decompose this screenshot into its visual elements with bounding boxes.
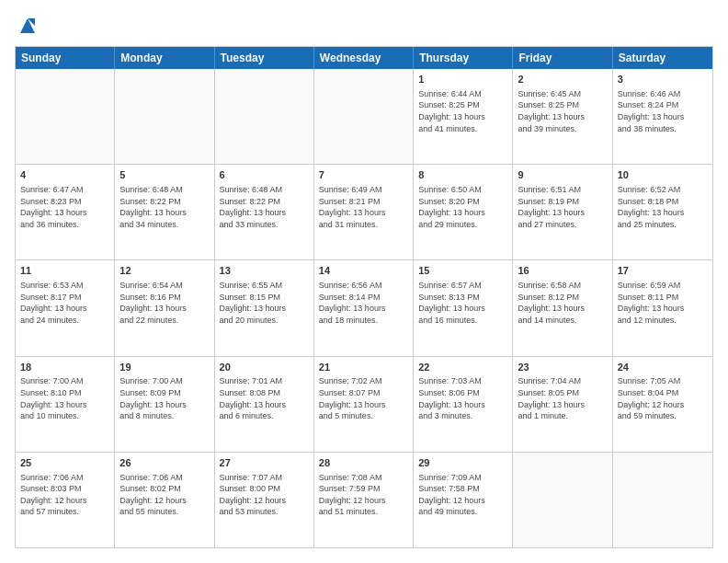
day-info: Sunrise: 6:46 AM Sunset: 8:24 PM Dayligh… (618, 88, 708, 134)
calendar-row: 18Sunrise: 7:00 AM Sunset: 8:10 PM Dayli… (16, 356, 712, 452)
day-info: Sunrise: 6:49 AM Sunset: 8:21 PM Dayligh… (319, 184, 408, 230)
day-number: 11 (20, 264, 109, 278)
day-number: 14 (319, 264, 408, 278)
day-info: Sunrise: 6:48 AM Sunset: 8:22 PM Dayligh… (220, 184, 309, 230)
calendar-cell: 15Sunrise: 6:57 AM Sunset: 8:13 PM Dayli… (414, 260, 513, 355)
calendar-cell: 16Sunrise: 6:58 AM Sunset: 8:12 PM Dayli… (513, 260, 612, 355)
calendar-cell: 28Sunrise: 7:08 AM Sunset: 7:59 PM Dayli… (314, 453, 414, 547)
day-number: 15 (418, 264, 507, 278)
day-number: 1 (418, 73, 507, 86)
calendar-cell: 26Sunrise: 7:06 AM Sunset: 8:02 PM Dayli… (115, 453, 214, 547)
day-info: Sunrise: 7:03 AM Sunset: 8:06 PM Dayligh… (418, 375, 507, 421)
day-info: Sunrise: 7:00 AM Sunset: 8:10 PM Dayligh… (20, 375, 109, 421)
calendar-cell (115, 69, 214, 164)
calendar-cell: 13Sunrise: 6:55 AM Sunset: 8:15 PM Dayli… (215, 260, 314, 355)
calendar-cell: 3Sunrise: 6:46 AM Sunset: 8:24 PM Daylig… (613, 69, 712, 164)
day-info: Sunrise: 6:44 AM Sunset: 8:25 PM Dayligh… (418, 88, 507, 134)
day-number: 27 (220, 456, 309, 470)
day-info: Sunrise: 6:51 AM Sunset: 8:19 PM Dayligh… (518, 184, 607, 230)
calendar-cell: 2Sunrise: 6:45 AM Sunset: 8:25 PM Daylig… (513, 69, 612, 164)
calendar-cell: 20Sunrise: 7:01 AM Sunset: 8:08 PM Dayli… (215, 357, 314, 452)
day-info: Sunrise: 6:58 AM Sunset: 8:12 PM Dayligh… (518, 280, 607, 326)
page: SundayMondayTuesdayWednesdayThursdayFrid… (0, 0, 728, 563)
weekday-header: Saturday (613, 47, 712, 69)
day-number: 28 (319, 456, 408, 470)
calendar-cell: 12Sunrise: 6:54 AM Sunset: 8:16 PM Dayli… (115, 260, 214, 355)
logo-text (15, 15, 39, 37)
calendar-cell (314, 69, 414, 164)
calendar-cell: 1Sunrise: 6:44 AM Sunset: 8:25 PM Daylig… (414, 69, 513, 164)
day-number: 25 (20, 456, 109, 470)
weekday-header: Sunday (16, 47, 115, 69)
day-info: Sunrise: 7:08 AM Sunset: 7:59 PM Dayligh… (319, 472, 408, 518)
calendar-cell: 27Sunrise: 7:07 AM Sunset: 8:00 PM Dayli… (215, 453, 314, 547)
calendar-cell: 19Sunrise: 7:00 AM Sunset: 8:09 PM Dayli… (115, 357, 214, 452)
calendar: SundayMondayTuesdayWednesdayThursdayFrid… (15, 46, 713, 548)
calendar-cell (613, 453, 712, 547)
day-number: 22 (418, 361, 507, 374)
day-info: Sunrise: 6:48 AM Sunset: 8:22 PM Dayligh… (119, 184, 209, 230)
weekday-header: Friday (513, 47, 612, 69)
day-info: Sunrise: 7:09 AM Sunset: 7:58 PM Dayligh… (418, 472, 507, 518)
day-info: Sunrise: 7:07 AM Sunset: 8:00 PM Dayligh… (220, 472, 309, 518)
weekday-header: Tuesday (215, 47, 314, 69)
calendar-cell: 7Sunrise: 6:49 AM Sunset: 8:21 PM Daylig… (314, 165, 414, 259)
calendar-row: 1Sunrise: 6:44 AM Sunset: 8:25 PM Daylig… (16, 69, 712, 164)
day-number: 26 (119, 456, 209, 470)
day-number: 18 (20, 361, 109, 374)
day-number: 10 (618, 168, 708, 182)
day-number: 12 (119, 264, 209, 278)
day-info: Sunrise: 7:02 AM Sunset: 8:07 PM Dayligh… (319, 375, 408, 421)
day-number: 20 (220, 361, 309, 374)
calendar-cell: 25Sunrise: 7:06 AM Sunset: 8:03 PM Dayli… (16, 453, 115, 547)
calendar-header: SundayMondayTuesdayWednesdayThursdayFrid… (16, 47, 712, 69)
day-info: Sunrise: 6:54 AM Sunset: 8:16 PM Dayligh… (119, 280, 209, 326)
day-info: Sunrise: 6:53 AM Sunset: 8:17 PM Dayligh… (20, 280, 109, 326)
day-info: Sunrise: 7:06 AM Sunset: 8:03 PM Dayligh… (20, 472, 109, 518)
day-info: Sunrise: 6:59 AM Sunset: 8:11 PM Dayligh… (618, 280, 708, 326)
day-info: Sunrise: 7:00 AM Sunset: 8:09 PM Dayligh… (119, 375, 209, 421)
day-number: 8 (418, 168, 507, 182)
day-info: Sunrise: 6:55 AM Sunset: 8:15 PM Dayligh… (220, 280, 309, 326)
day-number: 24 (618, 361, 708, 374)
day-number: 16 (518, 264, 607, 278)
day-info: Sunrise: 6:57 AM Sunset: 8:13 PM Dayligh… (418, 280, 507, 326)
calendar-row: 4Sunrise: 6:47 AM Sunset: 8:23 PM Daylig… (16, 164, 712, 259)
day-number: 17 (618, 264, 708, 278)
header (15, 15, 713, 37)
calendar-body: 1Sunrise: 6:44 AM Sunset: 8:25 PM Daylig… (16, 69, 712, 547)
day-number: 19 (119, 361, 209, 374)
day-info: Sunrise: 6:56 AM Sunset: 8:14 PM Dayligh… (319, 280, 408, 326)
day-number: 6 (220, 168, 309, 182)
day-number: 3 (618, 73, 708, 86)
calendar-cell: 21Sunrise: 7:02 AM Sunset: 8:07 PM Dayli… (314, 357, 414, 452)
day-info: Sunrise: 6:45 AM Sunset: 8:25 PM Dayligh… (518, 88, 607, 134)
calendar-cell: 5Sunrise: 6:48 AM Sunset: 8:22 PM Daylig… (115, 165, 214, 259)
calendar-cell: 8Sunrise: 6:50 AM Sunset: 8:20 PM Daylig… (414, 165, 513, 259)
day-number: 21 (319, 361, 408, 374)
day-number: 13 (220, 264, 309, 278)
day-info: Sunrise: 7:01 AM Sunset: 8:08 PM Dayligh… (220, 375, 309, 421)
calendar-row: 25Sunrise: 7:06 AM Sunset: 8:03 PM Dayli… (16, 452, 712, 547)
calendar-cell: 6Sunrise: 6:48 AM Sunset: 8:22 PM Daylig… (215, 165, 314, 259)
day-number: 23 (518, 361, 607, 374)
calendar-cell: 17Sunrise: 6:59 AM Sunset: 8:11 PM Dayli… (613, 260, 712, 355)
day-info: Sunrise: 7:06 AM Sunset: 8:02 PM Dayligh… (119, 472, 209, 518)
weekday-header: Monday (115, 47, 214, 69)
calendar-cell: 22Sunrise: 7:03 AM Sunset: 8:06 PM Dayli… (414, 357, 513, 452)
calendar-cell: 24Sunrise: 7:05 AM Sunset: 8:04 PM Dayli… (613, 357, 712, 452)
calendar-cell (215, 69, 314, 164)
weekday-header: Thursday (414, 47, 513, 69)
calendar-cell: 11Sunrise: 6:53 AM Sunset: 8:17 PM Dayli… (16, 260, 115, 355)
day-info: Sunrise: 7:04 AM Sunset: 8:05 PM Dayligh… (518, 375, 607, 421)
calendar-cell: 4Sunrise: 6:47 AM Sunset: 8:23 PM Daylig… (16, 165, 115, 259)
day-info: Sunrise: 7:05 AM Sunset: 8:04 PM Dayligh… (618, 375, 708, 421)
calendar-cell (16, 69, 115, 164)
day-number: 29 (418, 456, 507, 470)
day-number: 5 (119, 168, 209, 182)
day-number: 9 (518, 168, 607, 182)
calendar-cell: 29Sunrise: 7:09 AM Sunset: 7:58 PM Dayli… (414, 453, 513, 547)
day-info: Sunrise: 6:47 AM Sunset: 8:23 PM Dayligh… (20, 184, 109, 230)
day-number: 2 (518, 73, 607, 86)
calendar-cell: 9Sunrise: 6:51 AM Sunset: 8:19 PM Daylig… (513, 165, 612, 259)
